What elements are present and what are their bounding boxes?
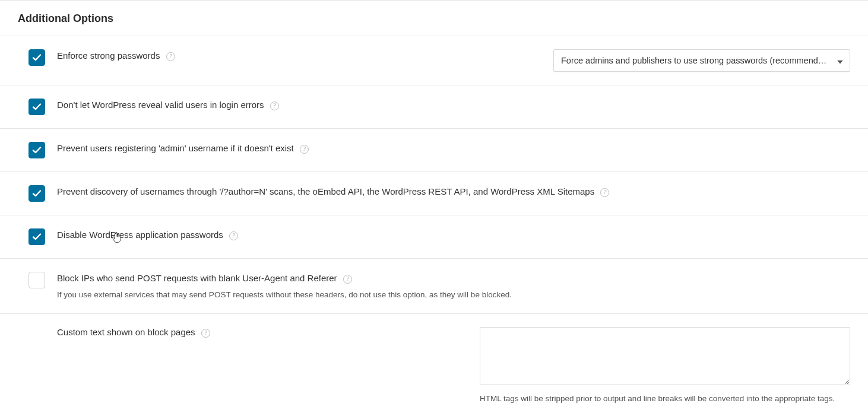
- custom-block-text-help: HTML tags will be stripped prior to outp…: [480, 393, 850, 405]
- option-label: Block IPs who send POST requests with bl…: [57, 273, 337, 283]
- checkbox-disable-app-passwords[interactable]: [28, 228, 45, 245]
- help-icon[interactable]: [229, 231, 238, 240]
- help-icon[interactable]: [270, 101, 279, 110]
- option-label: Prevent discovery of usernames through '…: [57, 186, 594, 196]
- help-icon[interactable]: [600, 188, 609, 197]
- option-label: Prevent users registering 'admin' userna…: [57, 143, 294, 153]
- section-title: Additional Options: [18, 12, 850, 25]
- option-label: Enforce strong passwords: [57, 50, 160, 61]
- checkbox-enforce-strong-passwords[interactable]: [28, 49, 45, 66]
- help-icon[interactable]: [166, 52, 175, 61]
- check-icon: [32, 189, 42, 198]
- check-icon: [32, 102, 42, 112]
- help-icon[interactable]: [343, 275, 352, 284]
- option-row-hide-login-errors: Don't let WordPress reveal valid users i…: [0, 85, 868, 129]
- option-row-enforce-strong-passwords: Enforce strong passwords Force admins an…: [0, 36, 868, 85]
- option-row-custom-block-text: Custom text shown on block pages HTML ta…: [0, 314, 868, 416]
- additional-options-panel: Additional Options Enforce strong passwo…: [0, 0, 868, 416]
- check-icon: [32, 232, 42, 242]
- check-icon: [32, 53, 42, 62]
- option-label: Custom text shown on block pages: [57, 327, 195, 337]
- custom-block-text-textarea[interactable]: [480, 327, 850, 385]
- check-icon: [32, 145, 42, 155]
- help-icon[interactable]: [201, 329, 210, 338]
- checkbox-prevent-username-discovery[interactable]: [28, 185, 45, 202]
- strong-password-mode-select-wrap: Force admins and publishers to use stron…: [553, 49, 850, 72]
- option-label: Disable WordPress application passwords: [57, 230, 223, 240]
- option-label: Don't let WordPress reveal valid users i…: [57, 100, 264, 110]
- option-sublabel: If you use external services that may se…: [57, 289, 838, 301]
- option-row-prevent-username-discovery: Prevent discovery of usernames through '…: [0, 172, 868, 215]
- checkbox-hide-login-errors[interactable]: [28, 99, 45, 115]
- checkbox-block-blank-ua-referer[interactable]: [28, 272, 45, 288]
- section-header: Additional Options: [0, 1, 868, 36]
- option-row-prevent-admin-username: Prevent users registering 'admin' userna…: [0, 129, 868, 172]
- option-row-disable-app-passwords: Disable WordPress application passwords: [0, 215, 868, 259]
- strong-password-mode-select[interactable]: Force admins and publishers to use stron…: [553, 49, 850, 72]
- checkbox-prevent-admin-username[interactable]: [28, 142, 45, 158]
- option-row-block-blank-ua-referer: Block IPs who send POST requests with bl…: [0, 259, 868, 314]
- help-icon[interactable]: [300, 145, 309, 154]
